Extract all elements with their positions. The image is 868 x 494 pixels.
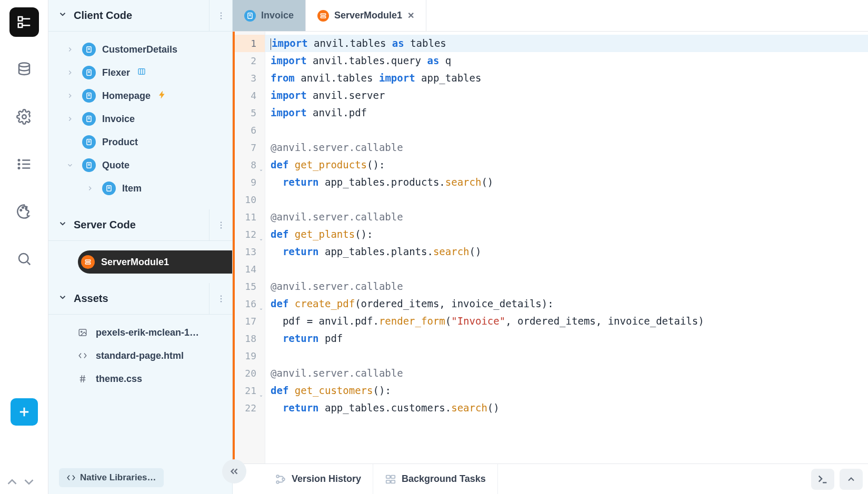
asset-item[interactable]: theme.css bbox=[48, 367, 232, 390]
svg-point-3 bbox=[18, 164, 19, 165]
code-line[interactable]: @anvil.server.callable bbox=[265, 278, 868, 295]
code-line[interactable]: return app_tables.plants.search() bbox=[265, 243, 868, 260]
code-line[interactable]: def get_customers(): bbox=[265, 382, 868, 399]
form-item-flexer[interactable]: Flexer bbox=[48, 61, 232, 84]
gutter-line: 20 bbox=[235, 365, 265, 382]
code-line[interactable] bbox=[265, 191, 868, 208]
gutter-line: 18 bbox=[235, 330, 265, 347]
gutter-line: 4 bbox=[235, 87, 265, 104]
form-item-quote[interactable]: Quote bbox=[48, 154, 232, 177]
section-title: Server Code bbox=[74, 219, 136, 231]
token-id: app_tables.plants. bbox=[325, 246, 433, 257]
editor-area: InvoiceServerModule1✕ 123456789101112131… bbox=[233, 0, 868, 494]
form-item-product[interactable]: Product bbox=[48, 130, 232, 154]
tab-bar: InvoiceServerModule1✕ bbox=[233, 0, 868, 32]
code-line[interactable]: @anvil.server.callable bbox=[265, 208, 868, 226]
section-menu-button[interactable] bbox=[209, 283, 232, 314]
chevron-right-icon[interactable] bbox=[86, 185, 96, 192]
nav-data-icon[interactable] bbox=[9, 55, 39, 84]
section-header-server-code[interactable]: Server Code bbox=[48, 209, 232, 241]
code-line[interactable]: return app_tables.customers.search() bbox=[265, 399, 868, 417]
native-libraries-button[interactable]: Native Libraries… bbox=[59, 468, 164, 487]
code-line[interactable]: pdf = anvil.pdf.render_form("Invoice", o… bbox=[265, 312, 868, 330]
text-cursor bbox=[271, 38, 271, 50]
chevron-right-icon[interactable] bbox=[66, 69, 76, 76]
chevron-right-icon[interactable] bbox=[66, 115, 76, 123]
section-header-assets[interactable]: Assets bbox=[48, 283, 232, 315]
code-line[interactable]: import anvil.server bbox=[265, 87, 868, 104]
asset-item[interactable]: standard-page.html bbox=[48, 344, 232, 367]
code-line[interactable]: def create_pdf(ordered_items, invoice_de… bbox=[265, 295, 868, 312]
asset-label: standard-page.html bbox=[96, 350, 184, 361]
form-label: Invoice bbox=[102, 114, 135, 125]
code-line[interactable]: import anvil.tables.query as q bbox=[265, 52, 868, 69]
token-kw: def bbox=[271, 228, 288, 240]
chevron-right-icon[interactable] bbox=[66, 46, 76, 53]
background-tasks-tab[interactable]: Background Tasks bbox=[373, 464, 498, 494]
expand-up-button[interactable] bbox=[840, 469, 863, 490]
code-line[interactable]: @anvil.server.callable bbox=[265, 139, 868, 156]
form-label: CustomerDetails bbox=[102, 44, 177, 55]
svg-point-27 bbox=[220, 301, 221, 302]
code-line[interactable]: def get_products(): bbox=[265, 156, 868, 174]
token-id: app_tables.products. bbox=[325, 176, 445, 188]
code-line[interactable]: @anvil.server.callable bbox=[265, 365, 868, 382]
collapse-panel-button[interactable] bbox=[222, 459, 246, 483]
code-line[interactable]: def get_plants(): bbox=[265, 226, 868, 243]
gutter-line: 19 bbox=[235, 347, 265, 365]
gutter-line: 6 bbox=[235, 122, 265, 139]
asset-item[interactable]: pexels-erik-mclean-1… bbox=[48, 321, 232, 344]
gutter-line: 11 bbox=[235, 208, 265, 226]
token-id: (): bbox=[373, 385, 391, 396]
nav-list-icon[interactable] bbox=[9, 149, 39, 179]
code-line[interactable]: return pdf bbox=[265, 330, 868, 347]
version-history-tab[interactable]: Version History bbox=[263, 464, 373, 494]
code-line[interactable]: import anvil.tables as tables bbox=[265, 35, 868, 52]
asset-label: pexels-erik-mclean-1… bbox=[96, 327, 199, 338]
section-header-client-code[interactable]: Client Code bbox=[48, 0, 232, 32]
add-button[interactable] bbox=[11, 398, 38, 426]
code-line[interactable] bbox=[265, 122, 868, 139]
token-fn: create_pdf bbox=[295, 298, 355, 309]
rail-bottom-arrows[interactable] bbox=[4, 474, 37, 490]
svg-rect-38 bbox=[386, 480, 390, 483]
bolt-icon bbox=[158, 90, 166, 102]
svg-rect-31 bbox=[321, 13, 325, 15]
nav-search-icon[interactable] bbox=[9, 244, 39, 274]
code-line[interactable]: return app_tables.products.search() bbox=[265, 174, 868, 191]
section-menu-button[interactable] bbox=[209, 0, 232, 31]
form-item-invoice[interactable]: Invoice bbox=[48, 107, 232, 130]
chevron-down-icon bbox=[58, 293, 67, 305]
svg-point-25 bbox=[220, 295, 221, 296]
section-menu-button[interactable] bbox=[209, 209, 232, 240]
form-label: Item bbox=[122, 183, 142, 194]
close-icon[interactable]: ✕ bbox=[407, 11, 414, 21]
code-line[interactable] bbox=[265, 347, 868, 365]
chevron-right-icon[interactable] bbox=[66, 92, 76, 99]
nav-settings-icon[interactable] bbox=[9, 102, 39, 132]
tab-invoice[interactable]: Invoice bbox=[233, 0, 306, 31]
code-line[interactable]: from anvil.tables import app_tables bbox=[265, 69, 868, 87]
code-editor[interactable]: 12345678910111213141516171819202122 impo… bbox=[233, 32, 868, 463]
token-dec: @anvil.server.callable bbox=[271, 280, 403, 292]
server-item-servermodule1[interactable]: ServerModule1 bbox=[78, 250, 232, 274]
tab-label: Invoice bbox=[261, 10, 294, 21]
gutter-line: 2 bbox=[235, 52, 265, 69]
gutter-line: 10 bbox=[235, 191, 265, 208]
console-button[interactable] bbox=[811, 469, 834, 490]
nav-app-icon[interactable] bbox=[9, 7, 39, 37]
form-item-homepage[interactable]: Homepage bbox=[48, 84, 232, 107]
version-history-label: Version History bbox=[292, 473, 361, 485]
form-item-item[interactable]: Item bbox=[48, 177, 232, 200]
tab-servermodule1[interactable]: ServerModule1✕ bbox=[306, 0, 426, 31]
chevron-down-icon[interactable] bbox=[66, 162, 76, 169]
token-id: app_tables bbox=[421, 72, 481, 84]
code-line[interactable] bbox=[265, 260, 868, 278]
code-content[interactable]: import anvil.tables as tablesimport anvi… bbox=[265, 32, 868, 463]
form-item-customerdetails[interactable]: CustomerDetails bbox=[48, 38, 232, 61]
nav-theme-icon[interactable] bbox=[9, 197, 39, 226]
section-title: Client Code bbox=[74, 9, 132, 22]
code-line[interactable]: import anvil.pdf bbox=[265, 104, 868, 122]
token-id: (ordered_items, invoice_details): bbox=[355, 298, 554, 309]
svg-point-29 bbox=[81, 331, 82, 332]
